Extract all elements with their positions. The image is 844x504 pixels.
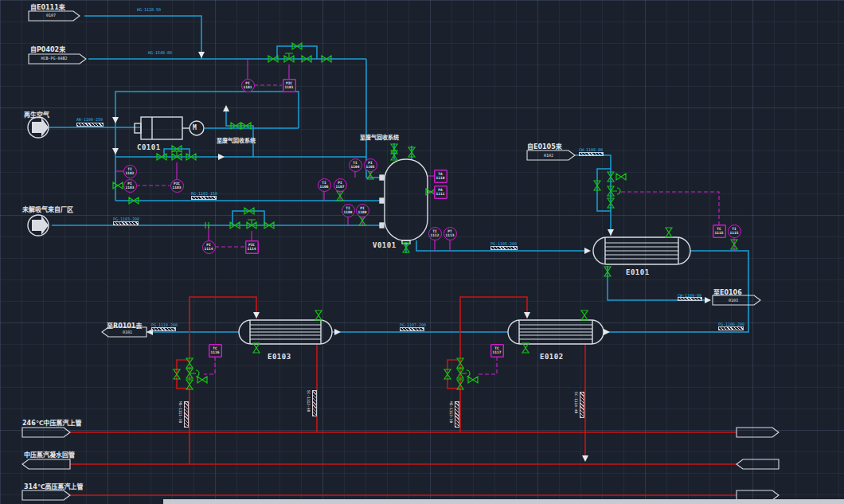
inst-num: 1102: [126, 171, 135, 175]
label-e0101: E0101: [626, 268, 650, 276]
instrument-ti: TI1102: [123, 165, 137, 178]
instrument-ti: TI1115: [728, 225, 741, 238]
label-from-e0105: 自E0105来: [527, 142, 562, 150]
instrument-pi: PI1103: [123, 179, 137, 193]
steam-label-hatch: [312, 390, 317, 416]
arrow-right: [705, 297, 711, 303]
inst-num: 1109: [358, 210, 367, 214]
inst-num: 1101: [244, 85, 252, 89]
arrow-down: [253, 312, 260, 318]
arrow-up: [223, 105, 229, 111]
tag-boxes: [22, 11, 779, 500]
inst-num: 1103: [173, 186, 182, 189]
instrument-pi: PI1101: [241, 79, 255, 92]
vessel-v0101: [380, 159, 428, 244]
inst-num: 1111: [436, 192, 445, 196]
arrow-right: [604, 329, 610, 335]
steam-label-hatch: [580, 392, 584, 418]
pipe-label-hatch: [113, 221, 139, 225]
vent1-line: [226, 107, 253, 157]
instrument-tc: TC1117: [490, 344, 504, 357]
undesorbed-symbol: [28, 215, 49, 236]
process-lines: [49, 16, 748, 332]
vent-valve: [315, 311, 322, 320]
instrument-pic: PIC1103: [170, 179, 184, 193]
e0102-steam-supply: [460, 297, 527, 432]
pipe-label: HG-1128-50: [137, 7, 161, 12]
arrow-down: [582, 455, 588, 462]
arrow-down: [112, 148, 119, 154]
e0103-tc-signal: [204, 357, 215, 374]
label-to-e0106: 至E0106: [713, 287, 742, 296]
instrument-ti: TI1106: [318, 178, 331, 192]
horizontal-scrollbar[interactable]: [163, 499, 844, 504]
label-steam-header1: 246℃中压蒸汽上管: [22, 418, 81, 427]
instrument-tc: TC1116: [209, 344, 222, 357]
instrument-ti: TI1112: [428, 227, 442, 240]
motor-label: M: [193, 124, 197, 131]
instrument-ta: TA1110: [434, 170, 447, 183]
pipe-label: HG-1548-80: [148, 50, 172, 55]
label-undesorbed: 未解吸气来自厂区: [22, 205, 73, 213]
flow-arrows: [112, 52, 711, 462]
pipe-label-hatch: [678, 297, 702, 301]
pipe-label-hatch: [76, 123, 104, 127]
label-vent2: 至废气回收系统: [360, 133, 399, 141]
pipe-label-hatch: [400, 327, 424, 331]
control-valve: [608, 186, 620, 196]
inst-num: 1110: [436, 176, 445, 180]
motor-circle: [190, 121, 204, 135]
label-steam-header3: 314℃高压蒸汽上管: [24, 482, 83, 490]
inst-num: 1107: [336, 185, 345, 189]
exchanger-e0102: [508, 320, 604, 344]
inst-num: 1114: [205, 247, 213, 251]
pid-graphics: [0, 0, 844, 504]
tag-header2-left: [22, 459, 70, 469]
inst-num: 1106: [320, 185, 329, 189]
instrument-pic: PIC1101: [283, 79, 296, 92]
instrument-pi: PI1109: [356, 204, 369, 217]
arrow-down: [608, 229, 614, 236]
label-from-e0111: 自E0111来: [30, 2, 65, 11]
inst-num: 1108: [344, 210, 353, 214]
tag-e0105-code: 0102: [532, 153, 565, 158]
e0103-steam-supply: [190, 297, 256, 464]
vent-valve: [666, 228, 672, 237]
tag-e0111-code: 0107: [30, 13, 72, 18]
label-c0101: C0101: [137, 143, 161, 151]
instrument-pi: PI1107: [334, 178, 347, 192]
drain-valve: [253, 343, 260, 353]
e0102-steam-bypass: [447, 360, 460, 389]
label-steam-header2: 中压蒸汽凝水回管: [24, 450, 75, 459]
drain-valve: [197, 377, 207, 383]
label-e0103: E0103: [268, 353, 291, 361]
arrow-right: [218, 154, 225, 160]
tag-p0402-code: HCB-PG-84B2: [30, 56, 78, 61]
label-from-p0402: 自P0402来: [30, 45, 65, 53]
label-vent1: 至废气回收系统: [217, 136, 256, 144]
pid-canvas: 自E0111来 0107 自P0402来 HCB-PG-84B2 再生空气 未解…: [0, 0, 844, 504]
instrument-pi: PI1105: [364, 158, 377, 172]
arrow-right: [334, 329, 341, 335]
instrument-pt: PT1113: [443, 227, 457, 240]
steam-pipe-label: SC-1114-40: [574, 392, 578, 413]
tag-header3-left: [22, 490, 70, 500]
label-regen-air: 再生空气: [24, 110, 49, 119]
inst-num: 1105: [366, 165, 375, 169]
tag-r0101-code: 0101: [111, 330, 143, 334]
pipe-label-hatch: [191, 196, 217, 200]
inst-num: 1104: [351, 165, 360, 169]
control-valve: [284, 53, 294, 62]
e0101-tc-signal: [621, 192, 719, 225]
label-v0101: V0101: [373, 241, 397, 249]
sample-valve: [616, 174, 626, 180]
e0105-line: [575, 155, 611, 236]
inst-num: 1113: [446, 233, 455, 237]
inst-num: 1117: [493, 350, 502, 354]
tag-header1-right: [737, 428, 779, 437]
instrument-tc: TC1115: [713, 225, 726, 238]
arrow-right: [584, 248, 591, 254]
root-valve: [113, 182, 123, 189]
control-valve: [172, 151, 182, 160]
drain-valve: [522, 343, 529, 353]
